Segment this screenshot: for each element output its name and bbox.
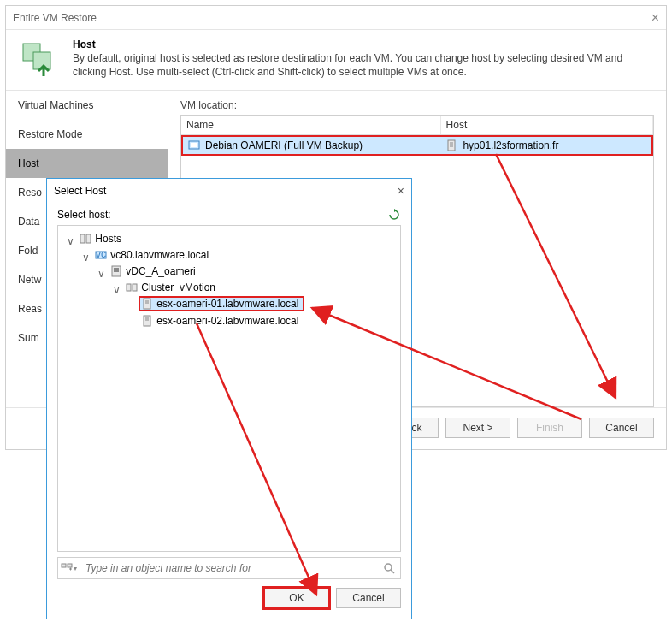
- tree-datacenter[interactable]: vDC_A_oameri: [109, 264, 197, 278]
- svg-rect-20: [144, 316, 150, 326]
- svg-line-26: [391, 570, 394, 573]
- svg-point-25: [385, 564, 392, 571]
- expander-icon[interactable]: ∨: [65, 235, 75, 247]
- tree-root-hosts[interactable]: Hosts: [78, 232, 123, 246]
- dialog-buttons: OK Cancel: [57, 588, 401, 608]
- vcenter-icon: vc: [95, 249, 107, 261]
- nav-host[interactable]: Host: [6, 149, 168, 178]
- vm-table-head: Name Host: [181, 116, 653, 135]
- svg-rect-9: [86, 234, 91, 243]
- tree-esx2[interactable]: esx-oameri-02.labvmware.local: [139, 314, 300, 328]
- cluster-icon: [126, 281, 138, 293]
- cancel-button[interactable]: Cancel: [589, 418, 654, 438]
- svg-rect-17: [144, 299, 150, 309]
- tree-esx2-label: esx-oameri-02.labvmware.local: [156, 315, 298, 327]
- dialog-title: Select Host: [54, 185, 106, 197]
- vm-name: Debian OAMERI (Full VM Backup): [205, 139, 363, 151]
- svg-rect-24: [68, 564, 72, 567]
- tree-root-label: Hosts: [95, 233, 121, 245]
- host-icon: [445, 139, 457, 151]
- tree-vcenter[interactable]: vc vc80.labvmware.local: [93, 248, 210, 262]
- select-host-label: Select host:: [57, 209, 111, 221]
- datacenter-icon: [110, 265, 122, 277]
- expander-icon[interactable]: ∨: [80, 252, 91, 264]
- ok-button[interactable]: OK: [264, 588, 329, 608]
- wizard-header-heading: Host: [73, 39, 654, 50]
- tree-cluster[interactable]: Cluster_vMotion: [124, 281, 217, 294]
- vm-table-row[interactable]: Debian OAMERI (Full VM Backup) hyp01.l2s…: [181, 135, 653, 156]
- wizard-titlebar: Entire VM Restore ×: [6, 6, 666, 30]
- svg-rect-15: [127, 284, 131, 291]
- wizard-title: Entire VM Restore: [13, 6, 97, 30]
- close-icon[interactable]: ×: [651, 6, 659, 30]
- svg-rect-14: [114, 270, 119, 272]
- tree-cluster-label: Cluster_vMotion: [141, 281, 215, 293]
- next-button[interactable]: Next >: [445, 418, 510, 438]
- dialog-label-row: Select host:: [57, 208, 401, 222]
- host-icon: [141, 298, 153, 310]
- dialog-titlebar: Select Host ×: [47, 179, 411, 203]
- search-input[interactable]: [80, 562, 378, 574]
- select-host-dialog: Select Host × Select host: ∨ Hosts: [46, 178, 412, 619]
- finish-button: Finish: [517, 418, 582, 438]
- wizard-header-text: Host By default, original host is select…: [73, 39, 654, 81]
- expander-placeholder: [127, 317, 137, 329]
- host-header-icon: [18, 39, 61, 81]
- search-icon[interactable]: [378, 562, 400, 574]
- tree-esx1[interactable]: esx-oameri-01.labvmware.local: [139, 297, 304, 311]
- svg-rect-4: [448, 140, 455, 151]
- vm-icon: [188, 139, 200, 151]
- tree-vcenter-label: vc80.labvmware.local: [110, 249, 209, 261]
- tree-esx1-label: esx-oameri-01.labvmware.local: [156, 298, 298, 310]
- svg-rect-16: [133, 284, 137, 291]
- dialog-body: Select host: ∨ Hosts ∨ v: [47, 203, 411, 619]
- nav-virtual-machines[interactable]: Virtual Machines: [6, 91, 168, 120]
- expander-placeholder: [127, 300, 137, 312]
- host-tree[interactable]: ∨ Hosts ∨ vc vc80.labvmware.local: [57, 225, 401, 552]
- expander-icon[interactable]: ∨: [111, 284, 121, 296]
- tree-datacenter-label: vDC_A_oameri: [126, 265, 195, 277]
- svg-rect-23: [62, 564, 66, 567]
- svg-rect-8: [80, 234, 85, 243]
- dialog-close-icon[interactable]: ×: [398, 184, 404, 198]
- vm-location-label: VM location:: [180, 99, 654, 111]
- col-name-header[interactable]: Name: [181, 116, 441, 134]
- svg-rect-13: [114, 268, 119, 270]
- expander-icon[interactable]: ∨: [96, 268, 106, 280]
- hosts-group-icon: [80, 233, 91, 245]
- nav-restore-mode[interactable]: Restore Mode: [6, 120, 168, 149]
- wizard-header-description: By default, original host is selected as…: [73, 52, 654, 79]
- svg-rect-3: [191, 143, 197, 147]
- wizard-header: Host By default, original host is select…: [6, 30, 666, 91]
- refresh-icon[interactable]: [387, 208, 401, 222]
- host-icon: [141, 315, 153, 327]
- vm-host: hyp01.l2sformation.fr: [463, 139, 558, 151]
- svg-text:vc: vc: [96, 249, 106, 260]
- filter-icon[interactable]: ▾: [58, 558, 80, 578]
- search-row: ▾: [57, 557, 401, 579]
- col-host-header[interactable]: Host: [441, 116, 653, 134]
- dialog-cancel-button[interactable]: Cancel: [336, 588, 401, 608]
